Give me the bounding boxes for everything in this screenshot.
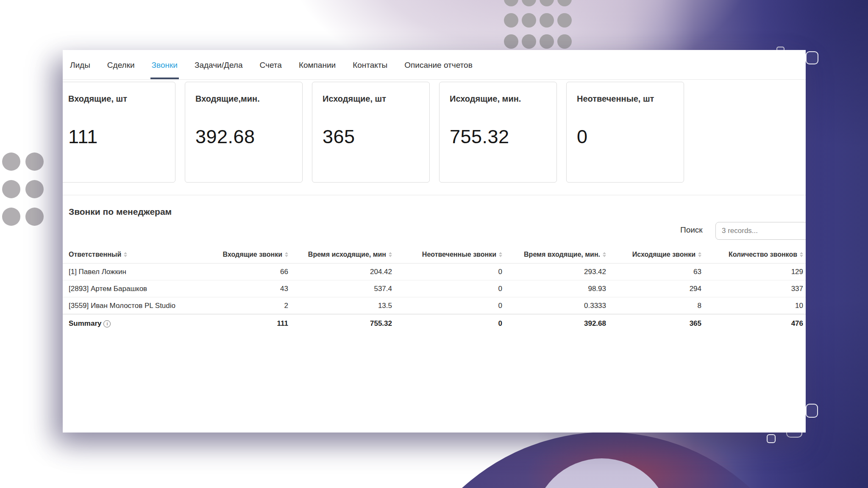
summary-value-cell: 755.32: [288, 319, 392, 328]
stat-card-value: 111: [68, 126, 165, 148]
sort-icon[interactable]: [285, 252, 288, 257]
summary-value-cell: 365: [606, 319, 701, 328]
value-cell: 43: [221, 285, 288, 293]
decor-dot: [557, 13, 572, 28]
value-cell: 66: [221, 268, 288, 276]
decor-square-outline: [767, 434, 776, 443]
value-cell: 129: [701, 268, 803, 276]
value-cell: 10: [701, 302, 803, 310]
table-body: [1] Павел Ложкин66204.420293.4263129[289…: [63, 263, 806, 333]
value-cell: 63: [606, 268, 701, 276]
sort-icon[interactable]: [603, 252, 606, 257]
decor-dot: [25, 180, 44, 198]
table-row: [1] Павел Ложкин66204.420293.4263129: [63, 263, 806, 280]
sort-icon[interactable]: [124, 252, 127, 257]
decor-dot: [2, 152, 20, 171]
value-cell: 537.4: [288, 285, 392, 293]
stat-card-label: Исходящие, мин.: [450, 94, 546, 104]
stat-card-value: 0: [577, 126, 673, 148]
decor-dot: [540, 34, 554, 49]
column-header-label: Время исходящие, мин: [308, 251, 386, 258]
decor-dot: [557, 0, 572, 6]
stat-card-value: 365: [323, 126, 419, 148]
stat-cards-row: Входящие, шт111Входящие,мин.392.68Исходя…: [63, 82, 806, 183]
tab-счета[interactable]: Счета: [258, 50, 283, 79]
table-header-row: ОтветственныйВходящие звонкиВремя исходя…: [63, 246, 806, 263]
summary-value-cell: 111: [221, 319, 288, 328]
decor-dot: [522, 34, 536, 49]
column-header-label: Количество звонков: [729, 251, 797, 258]
value-cell: 337: [701, 285, 803, 293]
stat-card: Исходящие, шт365: [312, 82, 430, 183]
stat-card: Неотвеченные, шт0: [566, 82, 684, 183]
value-cell: 294: [606, 285, 701, 293]
decor-dot: [522, 0, 536, 6]
report-tabs: ЛидыСделкиЗвонкиЗадачи/ДелаСчетаКомпании…: [63, 50, 806, 80]
summary-value-cell: 392.68: [502, 319, 606, 328]
column-header[interactable]: Количество звонков: [701, 251, 803, 258]
stat-card: Входящие,мин.392.68: [185, 82, 303, 183]
decor-dot: [25, 152, 44, 171]
decor-square-outline: [806, 404, 818, 418]
decor-dot: [504, 13, 518, 28]
column-header-label: Исходящие звонки: [632, 251, 696, 258]
decor-dot: [522, 13, 536, 28]
column-header-label: Неотвеченные звонки: [422, 251, 496, 258]
summary-value-cell: 476: [701, 319, 803, 328]
decor-dot-grid-left: [2, 152, 44, 226]
search-input[interactable]: [715, 222, 806, 240]
tab-звонки[interactable]: Звонки: [150, 50, 179, 79]
column-header-label: Входящие звонки: [223, 251, 282, 258]
sort-icon[interactable]: [698, 252, 701, 257]
stat-card: Исходящие, мин.755.32: [439, 82, 557, 183]
decor-dot: [557, 34, 572, 49]
sort-icon[interactable]: [389, 252, 392, 257]
column-header[interactable]: Входящие звонки: [221, 251, 288, 258]
section-title: Звонки по менеджерам: [69, 207, 806, 217]
column-header[interactable]: Ответственный: [69, 251, 221, 258]
summary-label: Summary: [69, 319, 101, 328]
search-label: Поиск: [680, 225, 703, 235]
decor-dot: [540, 13, 554, 28]
summary-label-cell: Summaryi: [69, 319, 221, 328]
value-cell: 0.3333: [502, 302, 606, 310]
column-header[interactable]: Время исходящие, мин: [288, 251, 392, 258]
stat-card-value: 755.32: [450, 126, 546, 148]
value-cell: 13.5: [288, 302, 392, 310]
responsible-cell: [2893] Артем Барашков: [69, 285, 221, 293]
stat-card-label: Входящие, шт: [68, 94, 165, 104]
value-cell: 2: [221, 302, 288, 310]
value-cell: 98.93: [502, 285, 606, 293]
stat-card-label: Исходящие, шт: [323, 94, 419, 104]
value-cell: 204.42: [288, 268, 392, 276]
stat-card: Входящие, шт111: [63, 82, 175, 183]
info-icon[interactable]: i: [103, 320, 111, 327]
value-cell: 0: [392, 302, 502, 310]
tab-описание-отчетов[interactable]: Описание отчетов: [403, 50, 474, 79]
tab-задачи-дела[interactable]: Задачи/Дела: [193, 50, 244, 79]
tab-контакты[interactable]: Контакты: [351, 50, 389, 79]
column-header-label: Время входящие, мин.: [524, 251, 600, 258]
column-header[interactable]: Исходящие звонки: [606, 251, 701, 258]
value-cell: 0: [392, 268, 502, 276]
decor-dot: [540, 0, 554, 6]
decor-dot: [25, 208, 44, 226]
background: ЛидыСделкиЗвонкиЗадачи/ДелаСчетаКомпании…: [0, 0, 868, 488]
column-header[interactable]: Время входящие, мин.: [502, 251, 606, 258]
sort-icon[interactable]: [800, 252, 803, 257]
value-cell: 293.42: [502, 268, 606, 276]
sort-icon[interactable]: [499, 252, 502, 257]
table-row: [2893] Артем Барашков43537.4098.93294337: [63, 280, 806, 297]
responsible-cell: [3559] Иван Молостов PL Studio: [69, 302, 221, 310]
decor-square-outline: [806, 51, 818, 64]
stat-card-value: 392.68: [195, 126, 292, 148]
tab-лиды[interactable]: Лиды: [69, 50, 92, 79]
search-row: Поиск: [63, 222, 806, 240]
column-header[interactable]: Неотвеченные звонки: [392, 251, 502, 258]
column-header-label: Ответственный: [69, 251, 121, 258]
tab-компании[interactable]: Компании: [298, 50, 337, 79]
table-row: [3559] Иван Молостов PL Studio213.500.33…: [63, 297, 806, 314]
stat-card-label: Входящие,мин.: [195, 94, 292, 104]
stat-card-label: Неотвеченные, шт: [577, 94, 673, 104]
tab-сделки[interactable]: Сделки: [106, 50, 136, 79]
